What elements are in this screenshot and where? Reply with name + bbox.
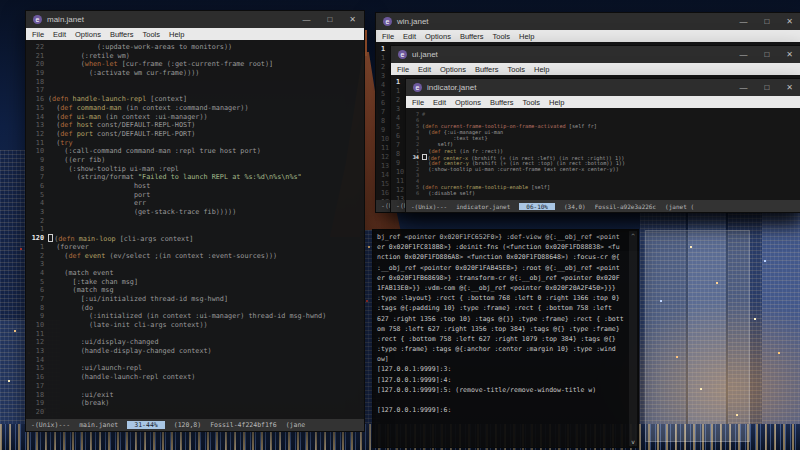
modeline-buffer-name: main.janet <box>79 421 118 429</box>
code-line: 1 (forever <box>26 243 364 252</box>
menu-item-tools[interactable]: Tools <box>143 30 161 39</box>
code-line: 11 (try <box>26 139 364 148</box>
line-number: 18 <box>26 391 48 400</box>
minimize-button[interactable]: — <box>739 18 747 26</box>
line-number: 9 <box>26 156 48 165</box>
line-number: 22 <box>26 43 48 52</box>
modeline-mode: (janet ( <box>665 203 694 210</box>
menu-item-buffers[interactable]: Buffers <box>460 32 484 41</box>
menu-item-buffers[interactable]: Buffers <box>475 65 499 74</box>
menu-item-tools[interactable]: Tools <box>523 98 541 107</box>
line-number: 20 <box>26 60 48 69</box>
menu-item-help[interactable]: Help <box>169 30 184 39</box>
maximize-button[interactable]: □ <box>327 16 332 24</box>
maximize-button[interactable]: □ <box>764 51 769 59</box>
menu-item-edit[interactable]: Edit <box>418 65 431 74</box>
line-number: 18 <box>26 78 48 87</box>
code-line: 18 :ui/exit <box>26 391 364 400</box>
menu-item-file[interactable]: File <box>32 30 44 39</box>
menu-item-buffers[interactable]: Buffers <box>490 98 514 107</box>
code-line: 13 (handle-display-changed context) <box>26 347 364 356</box>
menu-item-tools[interactable]: Tools <box>493 32 511 41</box>
menu-item-file[interactable]: File <box>397 65 409 74</box>
menu-item-buffers[interactable]: Buffers <box>110 30 134 39</box>
line-number: 10 <box>26 321 48 330</box>
menu-item-options[interactable]: Options <box>425 32 451 41</box>
close-button[interactable]: ✕ <box>786 51 793 59</box>
modeline-vcs: Fossil-a92e3a226c <box>595 203 656 210</box>
menu-item-edit[interactable]: Edit <box>403 32 416 41</box>
menu-item-file[interactable]: File <box>382 32 394 41</box>
menu-item-help[interactable]: Help <box>519 32 534 41</box>
line-number: 20 <box>26 408 48 417</box>
terminal-output: bj_ref <pointer 0x020F1FC652F0>} :def-vi… <box>373 230 638 415</box>
maximize-button[interactable]: □ <box>764 18 769 26</box>
window-main-janet: e main.janet — □ ✕ FileEditOptionsBuffer… <box>25 10 365 432</box>
close-button[interactable]: ✕ <box>786 84 793 92</box>
terminal-line: nction 0x020F1FD886A8> <function 0x020F1… <box>373 252 638 262</box>
titlebar[interactable]: e indicator.janet — □ ✕ <box>406 79 800 96</box>
line-number: 5 <box>26 191 48 200</box>
code-line: 7 (string/format "Failed to launch REPL … <box>26 173 364 182</box>
minimize-button[interactable]: — <box>739 51 747 59</box>
line-number: 19 <box>26 69 48 78</box>
code-line: 21 (:retile wm) <box>26 52 364 61</box>
code-line: 2 <box>26 217 364 226</box>
titlebar[interactable]: e main.janet — □ ✕ <box>26 11 364 28</box>
menu-bar[interactable]: FileEditOptionsBuffersToolsHelp <box>391 63 800 75</box>
scroll-down-icon[interactable]: v <box>629 437 637 446</box>
modeline-position: (34,0) <box>564 203 586 210</box>
emacs-icon: e <box>383 17 392 26</box>
titlebar[interactable]: e win.janet — □ ✕ <box>376 13 800 30</box>
code-line: 5 port <box>26 191 364 200</box>
menu-item-tools[interactable]: Tools <box>508 65 526 74</box>
line-number: 17 <box>26 382 48 391</box>
menu-item-help[interactable]: Help <box>534 65 549 74</box>
line-number: 13 <box>26 121 48 130</box>
maximize-button[interactable]: □ <box>764 84 769 92</box>
line-number: 3 <box>26 260 48 269</box>
menu-item-edit[interactable]: Edit <box>53 30 66 39</box>
terminal-scrollbar[interactable]: ^ v <box>629 231 637 446</box>
line-number: 14 <box>26 356 48 365</box>
code-line: 6 (match msg <box>26 286 364 295</box>
menu-item-edit[interactable]: Edit <box>433 98 446 107</box>
titlebar[interactable]: e ui.janet — □ ✕ <box>391 46 800 63</box>
menu-item-help[interactable]: Help <box>549 98 564 107</box>
terminal-line: 1FAB13E0>}} :vdm-com @{:__obj_ref <point… <box>373 283 638 293</box>
code-line: 14 <box>26 356 364 365</box>
line-number: 8 <box>26 304 48 313</box>
code-line: 16(defn handle-launch-repl [context] <box>26 95 364 104</box>
code-line: 8 (:show-tooltip ui-man :repl <box>26 165 364 174</box>
code-line: 15 (def command-man (in context :command… <box>26 104 364 113</box>
menu-item-file[interactable]: File <box>412 98 424 107</box>
code-line: 9 ((err fib) <box>26 156 364 165</box>
menu-item-options[interactable]: Options <box>440 65 466 74</box>
menu-bar[interactable]: FileEditOptionsBuffersToolsHelp <box>406 96 800 108</box>
menu-bar[interactable]: FileEditOptionsBuffersToolsHelp <box>26 28 364 40</box>
code-area[interactable]: 7#65(defn current-frame-tooltip-on-frame… <box>406 108 800 200</box>
line-number: 15 <box>26 364 48 373</box>
line-number: 3 <box>26 208 48 217</box>
scroll-up-icon[interactable]: ^ <box>629 231 637 240</box>
terminal-line: [127.0.0.1:9999]:3: <box>373 364 638 374</box>
close-button[interactable]: ✕ <box>786 18 793 26</box>
minimize-button[interactable]: — <box>302 16 310 24</box>
frame-indicator-overlay <box>645 230 750 442</box>
close-button[interactable]: ✕ <box>349 16 356 24</box>
emacs-icon: e <box>398 50 407 59</box>
code-line: 3 <box>26 260 364 269</box>
menu-item-options[interactable]: Options <box>455 98 481 107</box>
window-indicator-janet: e indicator.janet — □ ✕ FileEditOptionsB… <box>405 78 800 213</box>
terminal-line: [127.0.0.1:9999]:6: <box>373 405 638 415</box>
code-area[interactable]: 22 (:update-work-areas to monitors))21 (… <box>26 40 364 419</box>
line-number: 8 <box>26 165 48 174</box>
menu-item-options[interactable]: Options <box>75 30 101 39</box>
line-number: 15 <box>26 104 48 113</box>
line-number: 2 <box>26 217 48 226</box>
minimize-button[interactable]: — <box>739 84 747 92</box>
line-number: 19 <box>26 399 48 408</box>
repl-terminal-window[interactable]: bj_ref <pointer 0x020F1FC652F0>} :def-vi… <box>372 229 639 448</box>
line-number: 16 <box>26 373 48 382</box>
menu-bar[interactable]: FileEditOptionsBuffersToolsHelp <box>376 30 800 42</box>
